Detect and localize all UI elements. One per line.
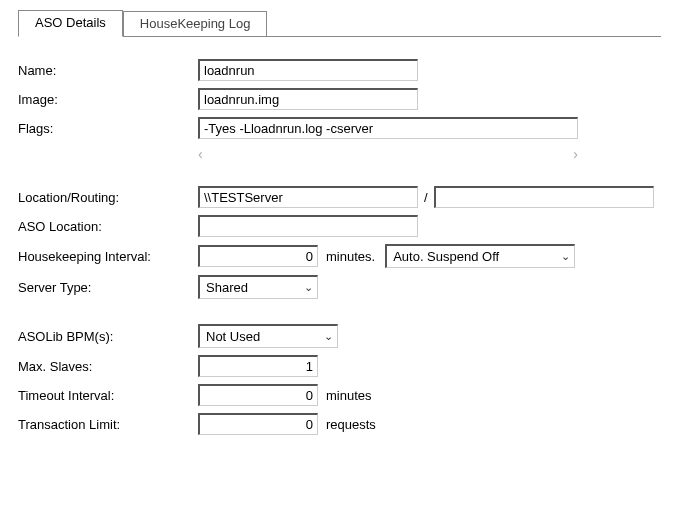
tab-aso-details[interactable]: ASO Details [18,10,123,37]
server-type-select[interactable]: Shared ⌄ [198,275,318,299]
name-field[interactable] [198,59,418,81]
label-housekeeping-interval: Housekeeping Interval: [18,249,198,264]
asolib-bpm-value: Not Used [206,329,260,344]
aso-location-field[interactable] [198,215,418,237]
unit-minutes-period: minutes. [326,249,375,264]
right-arrow-icon[interactable]: › [573,146,578,162]
flags-scroll: ‹ › [198,146,578,162]
label-location-routing: Location/Routing: [18,190,198,205]
asolib-bpm-select[interactable]: Not Used ⌄ [198,324,338,348]
chevron-down-icon: ⌄ [304,281,313,294]
image-field[interactable] [198,88,418,110]
label-flags: Flags: [18,121,198,136]
unit-minutes: minutes [326,388,372,403]
tab-bar: ASO Details HouseKeeping Log [18,10,661,37]
left-arrow-icon[interactable]: ‹ [198,146,203,162]
routing-field[interactable] [434,186,654,208]
server-type-value: Shared [206,280,248,295]
tab-housekeeping-log[interactable]: HouseKeeping Log [123,11,268,37]
slash-separator: / [424,190,428,205]
label-asolib-bpm: ASOLib BPM(s): [18,329,198,344]
label-server-type: Server Type: [18,280,198,295]
flags-field[interactable] [198,117,578,139]
label-image: Image: [18,92,198,107]
auto-suspend-select[interactable]: Auto. Suspend Off ⌄ [385,244,575,268]
label-aso-location: ASO Location: [18,219,198,234]
label-transaction-limit: Transaction Limit: [18,417,198,432]
transaction-limit-field[interactable] [198,413,318,435]
housekeeping-interval-field[interactable] [198,245,318,267]
unit-requests: requests [326,417,376,432]
max-slaves-field[interactable] [198,355,318,377]
auto-suspend-value: Auto. Suspend Off [393,249,499,264]
label-name: Name: [18,63,198,78]
label-timeout-interval: Timeout Interval: [18,388,198,403]
label-max-slaves: Max. Slaves: [18,359,198,374]
chevron-down-icon: ⌄ [561,250,570,263]
timeout-interval-field[interactable] [198,384,318,406]
chevron-down-icon: ⌄ [324,330,333,343]
location-field[interactable] [198,186,418,208]
